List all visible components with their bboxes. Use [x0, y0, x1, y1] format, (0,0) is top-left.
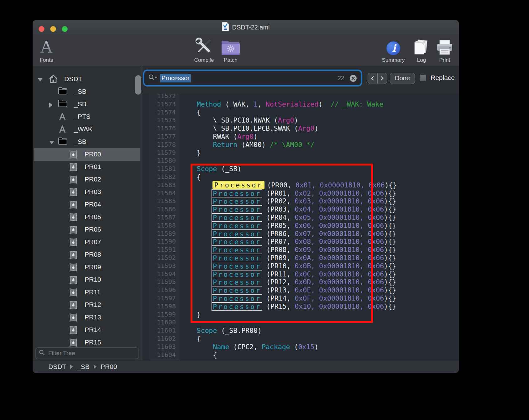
disclosure-triangle[interactable]: [38, 78, 43, 81]
sidebar-item-pr14[interactable]: PR14: [33, 324, 142, 336]
code-line: 11576 \_SB.PCI0.LPCB.SWAK (Arg0): [142, 124, 459, 133]
line-content: \_SB.PCI0.NWAK (Arg0): [178, 116, 298, 124]
sidebar-item-dsdt[interactable]: DSDT: [33, 73, 142, 86]
code-token: ,: [258, 100, 266, 108]
code-token: [181, 351, 213, 359]
toolbar-fonts-button[interactable]: AFonts: [33, 36, 64, 63]
line-number: 11603: [149, 343, 178, 351]
line-content: Processor (PR13, 0x0E, 0x00001810, 0x06)…: [178, 286, 396, 294]
sidebar-item-_sb[interactable]: _SB: [33, 98, 142, 111]
sidebar-item-_wak[interactable]: _WAK: [33, 123, 142, 136]
code-token: [181, 108, 197, 116]
chevron-right-icon: [380, 76, 384, 81]
filter-tree-input[interactable]: [48, 349, 135, 357]
toolbar-print-button[interactable]: Print: [427, 36, 459, 63]
sidebar-item-pr01[interactable]: PR01: [33, 161, 142, 173]
code-line: 11575 \_SB.PCI0.NWAK (Arg0): [142, 116, 459, 124]
sidebar-item-pr12[interactable]: PR12: [33, 299, 142, 311]
disclosure-triangle[interactable]: [49, 102, 53, 108]
titlebar[interactable]: DSDT-22.aml: [33, 20, 459, 35]
svg-text:A: A: [40, 38, 53, 56]
find-query-text[interactable]: Processor: [160, 74, 191, 82]
sidebar-item-pr09[interactable]: PR09: [33, 261, 142, 274]
code-token: (PR11,: [262, 270, 295, 278]
sidebar-item-pr00[interactable]: PR00: [33, 148, 142, 161]
replace-checkbox[interactable]: [419, 74, 427, 81]
line-number: 11601: [149, 327, 178, 335]
row-highlight: [34, 86, 140, 98]
sidebar-item-pr05[interactable]: PR05: [33, 211, 142, 223]
code-line: 11588 Processor (PR05, 0x06, 0x00001810,…: [142, 222, 459, 230]
line-number: 11573: [149, 100, 178, 108]
sidebar-item-_sb[interactable]: _SB: [33, 86, 142, 98]
line-content: Processor (PR10, 0x0B, 0x00001810, 0x06)…: [178, 262, 396, 270]
code-token: [181, 262, 213, 270]
tree-item-label: _SB: [74, 88, 86, 95]
disclosure-triangle[interactable]: [49, 141, 54, 144]
code-line: 11599 }: [142, 311, 459, 319]
code-token: 0x08, 0x00001810, 0x06: [295, 238, 384, 245]
code-line: 11581 Scope (_SB): [142, 165, 459, 173]
code-token: Scope: [197, 165, 217, 173]
code-token: 0x0C, 0x00001810, 0x06: [295, 270, 384, 278]
clear-search-icon[interactable]: [349, 75, 357, 83]
filter-tree-field[interactable]: [35, 347, 139, 359]
find-field[interactable]: Processor 22: [144, 71, 361, 85]
find-match-highlight: Processor: [212, 238, 262, 246]
code-line: 11573 Method (_WAK, 1, NotSerialized) //…: [142, 100, 459, 108]
code-token: 0x0D, 0x00001810, 0x06: [295, 278, 384, 286]
breadcrumb-item-dsdt[interactable]: DSDT: [48, 363, 66, 370]
find-previous-button[interactable]: [368, 73, 377, 84]
sidebar-item-pr04[interactable]: PR04: [33, 198, 142, 211]
code-line: 11577 RWAK (Arg0): [142, 133, 459, 141]
code-token: /* \AM00 */: [270, 141, 314, 149]
code-token: [181, 205, 213, 213]
find-match-highlight: Processor: [212, 262, 262, 270]
code-editor[interactable]: 1157211573 Method (_WAK, 1, NotSerialize…: [142, 93, 459, 360]
sidebar-item-pr07[interactable]: PR07: [33, 236, 142, 249]
sidebar-item-pr02[interactable]: PR02: [33, 173, 142, 186]
sidebar-item-_sb[interactable]: _SB: [33, 136, 142, 148]
line-content: {: [178, 351, 217, 359]
toolbar-patch-button[interactable]: Patch: [213, 36, 248, 63]
sidebar-item-pr13[interactable]: PR13: [33, 311, 142, 324]
breadcrumb-item-_sb[interactable]: _SB: [77, 363, 90, 370]
device-icon: [69, 275, 78, 286]
sidebar-item-pr03[interactable]: PR03: [33, 186, 142, 198]
sidebar-item-pr11[interactable]: PR11: [33, 286, 142, 299]
line-content: Processor (PR14, 0x0F, 0x00001810, 0x06)…: [178, 294, 396, 302]
code-line: 11585 Processor (PR02, 0x03, 0x00001810,…: [142, 197, 459, 205]
line-content: Processor (PR02, 0x03, 0x00001810, 0x06)…: [178, 197, 396, 205]
code-line: 11596 Processor (PR13, 0x0E, 0x00001810,…: [142, 286, 459, 294]
device-icon: [69, 213, 78, 223]
device-icon: [69, 338, 78, 347]
sidebar-scrollbar-thumb[interactable]: [135, 75, 141, 95]
line-number: 11572: [149, 93, 178, 100]
code-token: [181, 124, 213, 132]
breadcrumb-item-pr00[interactable]: PR00: [101, 363, 117, 370]
code-token: (AM00): [237, 141, 270, 149]
code-line: 11580: [142, 157, 459, 165]
sidebar-item-pr10[interactable]: PR10: [33, 274, 142, 286]
code-token: 0x10, 0x00001810, 0x06: [295, 302, 384, 310]
search-menu-icon[interactable]: [148, 74, 158, 82]
breadcrumb: DSDT_SBPR00: [33, 360, 459, 373]
device-icon: [69, 250, 78, 261]
code-token: (: [290, 343, 298, 351]
line-content: {: [178, 108, 201, 117]
code-token: (PR04,: [262, 213, 295, 221]
find-match-highlight: Processor: [212, 197, 262, 205]
sidebar-item-pr08[interactable]: PR08: [33, 249, 142, 261]
summary-icon: i: [386, 36, 401, 56]
find-next-button[interactable]: [377, 73, 387, 84]
sidebar-item-pr15[interactable]: PR15: [33, 336, 142, 347]
line-content: {: [178, 173, 201, 181]
sidebar-item-_pts[interactable]: _PTS: [33, 111, 142, 123]
find-match-count: 22: [338, 75, 344, 82]
find-match-highlight: Processor: [212, 205, 262, 213]
tree-item-label: PR15: [85, 339, 101, 346]
toolbar-label: Patch: [224, 57, 237, 63]
done-button[interactable]: Done: [390, 73, 415, 84]
desktop: DSDT-22.aml AFontsCompilePatchiSummaryLo…: [0, 0, 529, 420]
sidebar-item-pr06[interactable]: PR06: [33, 223, 142, 236]
